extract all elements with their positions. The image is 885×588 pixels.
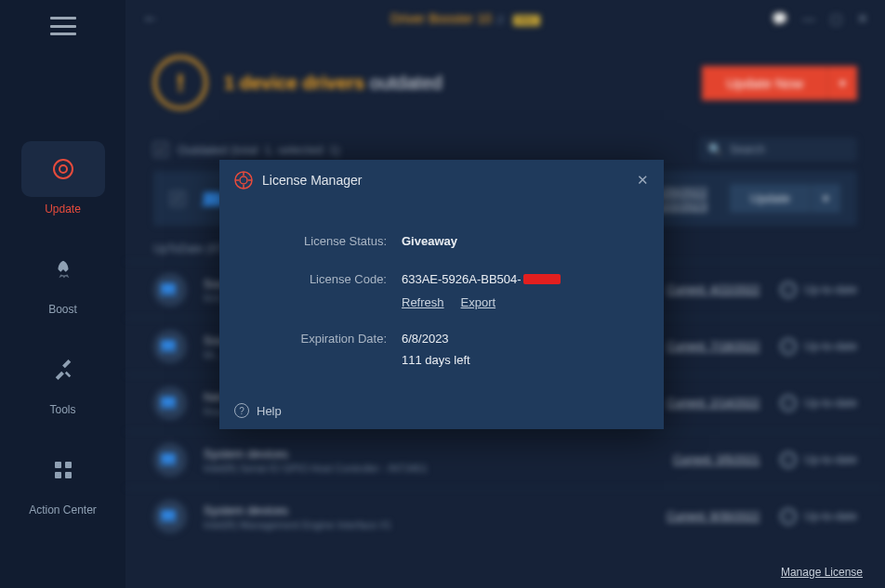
driver-status: ✓Up-to-date: [780, 338, 857, 355]
sidebar-item-update[interactable]: Update: [0, 128, 125, 229]
menu-icon[interactable]: [50, 17, 76, 35]
svg-point-19: [240, 176, 247, 184]
license-code-row: License Code: 633AE-5926A-BB504-: [219, 267, 664, 292]
svg-rect-4: [55, 472, 61, 478]
driver-meta: System devicesIntel(R) Management Engine…: [204, 503, 391, 530]
sidebar-item-label: Boost: [48, 303, 77, 316]
status-banner: ! 1 device drivers outdated Update Now ▾: [125, 37, 885, 128]
manage-license-link[interactable]: Manage License: [781, 566, 863, 579]
row-checkbox[interactable]: ✓: [170, 191, 185, 206]
warning-icon: !: [153, 56, 207, 110]
sidebar-item-tools[interactable]: Tools: [0, 329, 125, 429]
tools-icon: [53, 359, 73, 380]
expiration-value: 6/8/2023: [402, 332, 449, 346]
driver-current-link[interactable]: Current: 9/30/2022: [667, 510, 760, 523]
maximize-icon[interactable]: ▢: [830, 11, 842, 26]
help-icon: ?: [234, 403, 249, 418]
driver-meta: System devicesIntel(R) Serial IO GPIO Ho…: [204, 447, 428, 474]
expiration-row: Expiration Date: 6/8/2023: [219, 326, 664, 351]
license-code-actions: Refresh Export: [219, 292, 664, 322]
check-icon: ✓: [780, 338, 797, 355]
modal-close-icon[interactable]: ✕: [637, 172, 649, 189]
driver-thumb-icon: [153, 443, 187, 477]
svg-rect-3: [65, 462, 72, 468]
driver-thumb-icon: [153, 330, 187, 363]
driver-right: Current: 4/22/2022✓Up-to-date: [667, 281, 857, 298]
minimize-icon[interactable]: —: [802, 11, 815, 26]
outdated-count-label: Outdated (total: 1, selected: 1): [178, 143, 340, 157]
driver-right: Current: 3/5/2021✓Up-to-date: [673, 451, 857, 468]
redacted-segment: [523, 274, 561, 284]
refresh-link[interactable]: Refresh: [402, 295, 444, 309]
modal-header: License Manager ✕: [219, 160, 664, 201]
close-icon[interactable]: ✕: [857, 11, 868, 26]
license-status-value: Giveaway: [402, 234, 457, 248]
check-icon: ✓: [780, 281, 797, 298]
window-controls: 💬 — ▢ ✕: [772, 11, 868, 26]
update-now-button[interactable]: Update Now: [702, 66, 827, 100]
license-status-row: License Status: Giveaway: [219, 229, 664, 254]
driver-right: Current: 7/18/2022✓Up-to-date: [667, 338, 857, 355]
driver-thumb-icon: [153, 273, 187, 307]
svg-rect-14: [161, 453, 176, 463]
driver-name: System devices: [204, 503, 391, 517]
modal-title: License Manager: [262, 173, 362, 188]
feedback-icon[interactable]: 💬: [772, 11, 787, 26]
driver-status: ✓Up-to-date: [780, 281, 857, 298]
driver-right: Current: 2/14/2022✓Up-to-date: [667, 395, 857, 412]
export-link[interactable]: Export: [461, 295, 496, 309]
svg-rect-12: [161, 397, 176, 406]
driver-current-link[interactable]: Current: 7/18/2022: [667, 340, 760, 353]
driver-row[interactable]: System devicesIntel(R) Management Engine…: [125, 488, 885, 544]
select-all-checkbox[interactable]: ✓: [153, 142, 168, 157]
svg-rect-5: [65, 472, 72, 478]
check-icon: ✓: [780, 395, 797, 412]
search-input[interactable]: 🔍 Search: [699, 137, 857, 162]
svg-rect-9: [160, 294, 177, 295]
sidebar-item-action-center[interactable]: Action Center: [0, 429, 125, 529]
driver-status: ✓Up-to-date: [780, 508, 857, 525]
days-left-value: 111 days left: [402, 353, 470, 367]
driver-current-link[interactable]: Current: 2/14/2022: [667, 397, 760, 410]
driver-thumb-icon: [153, 386, 187, 420]
svg-rect-10: [161, 340, 176, 349]
license-code-label: License Code:: [266, 272, 402, 286]
svg-point-0: [54, 160, 73, 178]
license-icon: [234, 171, 253, 189]
update-now-dropdown[interactable]: ▾: [827, 66, 857, 100]
update-now-group: Update Now ▾: [702, 66, 857, 100]
check-icon: ✓: [780, 451, 797, 468]
expiration-label: Expiration Date:: [266, 332, 402, 346]
app-window: Update Boost Tools Action Center ←: [0, 0, 885, 588]
app-title: Driver Booster 10.2 PRO: [159, 11, 772, 26]
driver-row[interactable]: System devicesIntel(R) Serial IO GPIO Ho…: [125, 431, 885, 488]
check-icon: ✓: [780, 508, 797, 525]
svg-rect-11: [160, 350, 177, 352]
sidebar-item-label: Tools: [49, 403, 75, 416]
svg-rect-15: [160, 464, 177, 465]
svg-point-1: [59, 165, 67, 173]
driver-thumb-icon: [153, 500, 187, 533]
driver-status: ✓Up-to-date: [780, 451, 857, 468]
license-code-value: 633AE-5926A-BB504-: [402, 272, 561, 286]
svg-rect-17: [160, 520, 177, 522]
svg-rect-8: [161, 283, 176, 293]
sidebar-item-label: Action Center: [29, 503, 97, 516]
driver-current-link[interactable]: Current: 3/5/2021: [673, 453, 760, 466]
back-icon[interactable]: ←: [142, 9, 159, 29]
banner-text: 1 device drivers outdated: [224, 72, 442, 94]
driver-current-link[interactable]: Current: 4/22/2022: [667, 283, 760, 296]
search-icon: 🔍: [708, 143, 722, 156]
search-placeholder: Search: [730, 143, 765, 156]
svg-rect-13: [160, 407, 177, 409]
license-status-label: License Status:: [266, 234, 402, 248]
sidebar-item-boost[interactable]: Boost: [0, 229, 125, 329]
driver-sub: Intel(R) Management Engine Interface #1: [204, 519, 391, 530]
driver-status: ✓Up-to-date: [780, 395, 857, 412]
row-update-button[interactable]: Update: [730, 184, 811, 213]
license-manager-dialog: License Manager ✕ License Status: Giveaw…: [219, 160, 664, 429]
row-update-dropdown[interactable]: ▾: [811, 184, 840, 213]
help-link[interactable]: ? Help: [234, 403, 282, 418]
target-icon: [51, 157, 75, 181]
grid-icon: [54, 461, 73, 479]
